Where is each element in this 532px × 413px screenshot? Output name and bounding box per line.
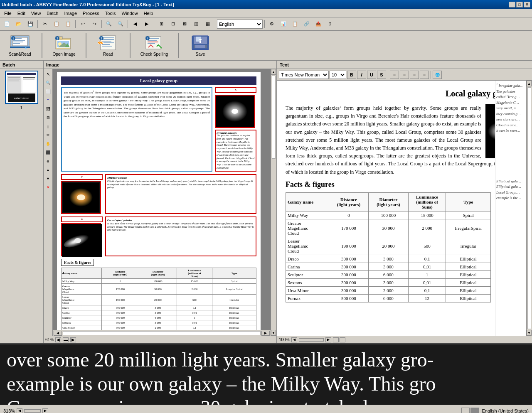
misc3-btn[interactable]: 📋	[290, 19, 300, 30]
restore-button[interactable]: □	[516, 2, 523, 7]
view1-btn[interactable]: ⊞	[156, 19, 167, 30]
zoom-plus-btn[interactable]: ▶	[70, 337, 76, 342]
view-mode-btn1[interactable]	[333, 337, 339, 342]
align-center-button[interactable]: ≡	[400, 71, 409, 79]
draw-tool[interactable]: ✏	[44, 131, 52, 139]
prev-zone-btn[interactable]: ▲	[44, 166, 52, 174]
open-image-button[interactable]: 2 Open Image	[47, 32, 81, 59]
galaxy-image-7	[61, 181, 101, 214]
cut-btn[interactable]: ✂	[39, 19, 50, 30]
status-scroll-left[interactable]: ◀	[17, 408, 22, 413]
menu-edit[interactable]: Edit	[15, 10, 28, 17]
paste-btn[interactable]: 📋	[63, 19, 74, 30]
table-zone-tool[interactable]: ⊞	[44, 113, 52, 122]
scroll-right-btn[interactable]: ▶	[261, 331, 270, 336]
title-bar-buttons: _ □ ✕	[509, 2, 530, 7]
text-zoom-minus[interactable]: ◀	[291, 337, 297, 342]
strikethrough-button[interactable]: S	[377, 71, 386, 79]
hand-tool[interactable]: ✋	[44, 140, 52, 148]
barcode-tool[interactable]: |||	[44, 122, 52, 130]
text-scroll-down[interactable]: ▼	[527, 330, 532, 336]
text-zoom-plus[interactable]: ▶	[325, 337, 331, 342]
save-tb-btn[interactable]: 💾	[25, 19, 36, 30]
zoom-slider[interactable]: ▬	[63, 337, 69, 342]
redo-btn[interactable]: ↪	[89, 19, 100, 30]
crosshair-tool[interactable]: ⊕	[44, 157, 52, 165]
check-spelling-button[interactable]: 4 Check Spelling	[135, 32, 173, 59]
read-button[interactable]: OCR 3 Read	[91, 32, 125, 59]
open-btn[interactable]: 📂	[13, 19, 24, 30]
scroll-up-btn[interactable]: ▲	[271, 69, 276, 75]
language-mark-button[interactable]: 🌐	[433, 71, 442, 79]
new-btn[interactable]: 📄	[2, 19, 12, 30]
help-btn[interactable]: ?	[325, 19, 335, 30]
menu-window[interactable]: Window	[119, 10, 140, 17]
bold-button[interactable]: B	[347, 71, 356, 79]
svg-point-64	[77, 194, 85, 200]
delete-zone-btn[interactable]: ✕	[44, 183, 52, 192]
misc4-btn[interactable]: 🔗	[301, 19, 312, 30]
batch-thumbnail[interactable]: galaxy group	[5, 71, 38, 104]
zoom-tool[interactable]: 🔍	[44, 79, 52, 87]
view3-btn[interactable]: ⊠	[179, 19, 190, 30]
menu-file[interactable]: File	[2, 10, 14, 17]
menu-process[interactable]: Process	[80, 10, 102, 17]
text-scroll-thumb[interactable]	[527, 87, 531, 329]
nav-prev[interactable]: ◀	[130, 19, 140, 30]
text-v-scrollbar[interactable]: ▲ ▼	[526, 81, 532, 336]
th-type: Type	[446, 192, 491, 211]
menu-image[interactable]: Image	[62, 10, 80, 17]
language-select[interactable]: English French German	[217, 20, 263, 29]
align-justify-button[interactable]: ≡	[420, 71, 429, 79]
menu-view[interactable]: View	[29, 10, 44, 17]
image-zoom-value: 61%	[45, 337, 54, 342]
undo-btn[interactable]: ↩	[77, 19, 88, 30]
scan-read-button[interactable]: 1 Scan&Read	[3, 32, 37, 59]
view2-btn[interactable]: ⊟	[167, 19, 178, 30]
scroll-left-btn[interactable]: ◀	[54, 331, 62, 336]
view5-btn[interactable]: ▦	[202, 19, 213, 30]
image-v-scrollbar[interactable]: ▲ ▼	[271, 69, 276, 336]
minimize-button[interactable]: _	[509, 2, 515, 7]
svg-rect-24	[102, 44, 110, 45]
eraser-tool[interactable]: ⬛	[44, 148, 52, 157]
menu-help[interactable]: Help	[141, 10, 156, 17]
pointer-tool[interactable]: ↖	[44, 70, 52, 78]
copy-btn[interactable]: 📋	[51, 19, 62, 30]
next-zone-btn[interactable]: ▼	[44, 175, 52, 183]
text-scroll-up[interactable]: ▲	[527, 81, 532, 86]
image-h-scrollbar[interactable]: ◀ ▶	[53, 330, 271, 336]
misc2-btn[interactable]: 📊	[278, 19, 289, 30]
italic-button[interactable]: I	[357, 71, 366, 79]
zoom-in-btn[interactable]: 🔍	[103, 19, 114, 30]
col-galaxy: 4alaxy name	[62, 268, 102, 278]
status-view1[interactable]	[461, 408, 470, 413]
close-button[interactable]: ✕	[524, 2, 530, 7]
font-select[interactable]: Times New Roman Arial Courier New	[279, 71, 329, 79]
pic-zone-tool[interactable]: 🖼	[44, 105, 52, 113]
status-view2[interactable]	[470, 408, 479, 413]
menu-tools[interactable]: Tools	[103, 10, 118, 17]
v-scrollbar-thumb[interactable]	[272, 76, 276, 159]
text-content-area[interactable]: Local galaxy group	[277, 81, 526, 336]
font-size-select[interactable]: 10 8 12 14	[330, 71, 346, 79]
select-zone-tool[interactable]: ⬜	[44, 87, 52, 96]
text-zoom-slider[interactable]	[299, 338, 324, 342]
menu-batch[interactable]: Batch	[44, 10, 61, 17]
save-button[interactable]: Save	[184, 32, 217, 59]
align-left-button[interactable]: ≡	[390, 71, 399, 79]
status-scroll-right[interactable]: ▶	[42, 408, 48, 413]
zoom-minus-btn[interactable]: ◀	[55, 337, 61, 342]
misc1-btn[interactable]: ⚙	[266, 19, 277, 30]
misc5-btn[interactable]: 📤	[313, 19, 324, 30]
status-scrollbar[interactable]	[24, 409, 41, 413]
scroll-down-btn[interactable]: ▼	[271, 330, 276, 336]
h-scrollbar-thumb[interactable]	[63, 331, 261, 335]
zoom-out-btn[interactable]: 🔍	[115, 19, 126, 30]
nav-next[interactable]: ▶	[141, 19, 152, 30]
align-right-button[interactable]: ≡	[410, 71, 419, 79]
view4-btn[interactable]: ▥	[191, 19, 202, 30]
view-mode-btn2[interactable]	[340, 337, 345, 342]
text-zone-tool[interactable]: T	[44, 96, 52, 104]
underline-button[interactable]: U	[367, 71, 376, 79]
